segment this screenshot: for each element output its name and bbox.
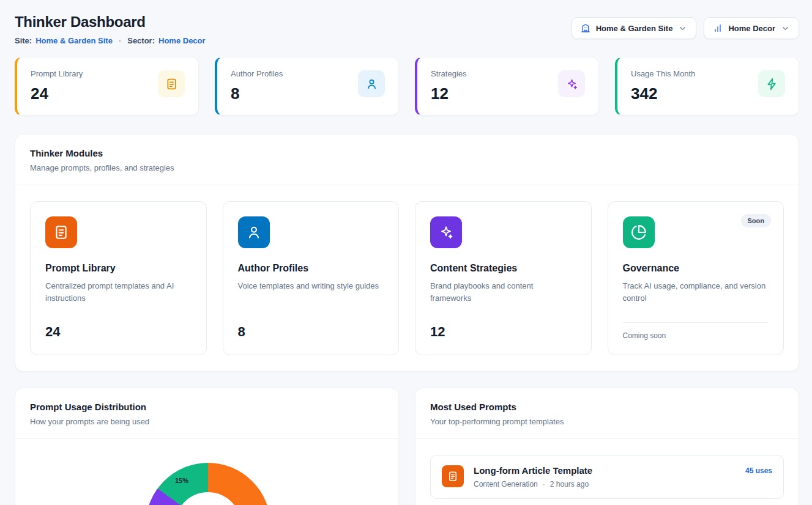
stat-info: Author Profiles 8 — [231, 69, 283, 103]
stat-label: Strategies — [431, 69, 467, 78]
stat-info: Usage This Month 342 — [631, 69, 695, 103]
module-description: Track AI usage, compliance, and version … — [623, 280, 769, 304]
module-title: Author Profiles — [238, 263, 384, 274]
divider — [623, 322, 769, 323]
donut-chart-area: 15% — [15, 439, 398, 505]
module-count: 8 — [238, 324, 384, 340]
dashboard-page: Thinker Dashboard Site: Home & Garden Si… — [0, 0, 812, 505]
stat-value: 24 — [31, 84, 83, 103]
header: Thinker Dashboard Site: Home & Garden Si… — [15, 13, 799, 45]
module-count: 12 — [430, 324, 576, 340]
modules-panel-header: Thinker Modules Manage prompts, profiles… — [15, 135, 799, 185]
module-card-prompt-library[interactable]: Prompt Library Centralized prompt templa… — [30, 201, 207, 355]
module-card-governance[interactable]: Soon Governance Track AI usage, complian… — [608, 201, 784, 355]
module-description: Brand playbooks and content frameworks — [430, 280, 576, 304]
stat-card-author-profiles: Author Profiles 8 — [215, 57, 399, 116]
donut-chart: 15% — [146, 463, 270, 505]
soon-badge: Soon — [741, 214, 772, 227]
stat-card-strategies: Strategies 12 — [415, 57, 599, 116]
modules-subtitle: Manage prompts, profiles, and strategies — [30, 163, 784, 172]
sector-dropdown[interactable]: Home Decor — [704, 17, 799, 39]
person-icon — [358, 70, 385, 97]
sector-dropdown-label: Home Decor — [728, 24, 775, 33]
person-icon — [238, 216, 270, 248]
prompt-item-category: Content Generation — [474, 480, 538, 488]
stat-value: 8 — [231, 84, 283, 103]
usage-panel-title: Prompt Usage Distribution — [30, 402, 384, 412]
building-icon — [581, 23, 590, 33]
page-title: Thinker Dashboard — [15, 13, 206, 31]
sector-link[interactable]: Home Decor — [158, 36, 206, 45]
site-dropdown[interactable]: Home & Garden Site — [572, 17, 697, 39]
stat-info: Strategies 12 — [431, 69, 467, 103]
module-footer: Coming soon — [623, 322, 769, 340]
stats-row: Prompt Library 24 Author Profiles 8 Stra… — [15, 57, 799, 116]
bar-chart-icon — [713, 23, 723, 33]
stat-label: Usage This Month — [631, 69, 695, 78]
modules-grid: Prompt Library Centralized prompt templa… — [15, 185, 799, 371]
chevron-down-icon — [678, 24, 687, 33]
site-label: Site: — [15, 36, 32, 45]
stat-label: Prompt Library — [31, 69, 83, 78]
breadcrumb-separator: · — [119, 36, 121, 45]
prompt-item-time: 2 hours ago — [550, 480, 589, 488]
usage-distribution-panel: Prompt Usage Distribution How your promp… — [15, 388, 399, 505]
stat-info: Prompt Library 24 — [31, 69, 83, 103]
breadcrumb: Site: Home & Garden Site · Sector: Home … — [15, 36, 206, 45]
header-actions: Home & Garden Site Home Decor — [572, 17, 799, 39]
document-icon — [158, 70, 185, 97]
prompts-list: Long-form Article Template Content Gener… — [415, 439, 799, 505]
coming-soon-note: Coming soon — [623, 331, 769, 340]
bottom-row: Prompt Usage Distribution How your promp… — [15, 388, 799, 505]
module-description: Centralized prompt templates and AI inst… — [45, 280, 192, 304]
prompt-list-item[interactable]: Long-form Article Template Content Gener… — [430, 455, 784, 499]
document-icon — [45, 216, 77, 248]
stat-value: 12 — [431, 84, 467, 103]
header-left: Thinker Dashboard Site: Home & Garden Si… — [15, 13, 206, 45]
sparkles-icon — [558, 70, 585, 97]
usage-panel-header: Prompt Usage Distribution How your promp… — [15, 388, 398, 438]
prompts-panel-header: Most Used Prompts Your top-performing pr… — [415, 388, 799, 438]
stat-value: 342 — [631, 84, 695, 103]
chevron-down-icon — [781, 24, 790, 33]
module-title: Governance — [623, 263, 769, 274]
donut-segment-label: 15% — [175, 477, 188, 484]
usage-panel-subtitle: How your prompts are being used — [30, 417, 384, 426]
prompts-panel-subtitle: Your top-performing prompt templates — [430, 417, 784, 426]
stat-label: Author Profiles — [231, 69, 283, 78]
modules-panel: Thinker Modules Manage prompts, profiles… — [15, 134, 799, 372]
prompts-panel-title: Most Used Prompts — [430, 402, 784, 412]
prompt-item-title: Long-form Article Template — [474, 465, 592, 476]
module-count: 24 — [45, 324, 192, 340]
module-title: Prompt Library — [45, 263, 192, 274]
module-title: Content Strategies — [430, 263, 576, 274]
prompt-item-meta: Content Generation · 2 hours ago — [474, 480, 592, 488]
sector-label: Sector: — [127, 36, 155, 45]
pie-chart-icon — [623, 216, 655, 248]
modules-title: Thinker Modules — [30, 148, 784, 158]
most-used-prompts-panel: Most Used Prompts Your top-performing pr… — [415, 388, 799, 505]
prompt-item-text: Long-form Article Template Content Gener… — [474, 465, 592, 488]
module-card-author-profiles[interactable]: Author Profiles Voice templates and writ… — [223, 201, 400, 355]
module-description: Voice templates and writing style guides — [238, 280, 384, 292]
module-card-content-strategies[interactable]: Content Strategies Brand playbooks and c… — [415, 201, 592, 355]
stat-card-prompt-library: Prompt Library 24 — [15, 57, 199, 116]
site-dropdown-label: Home & Garden Site — [596, 24, 673, 33]
bolt-icon — [758, 70, 785, 97]
site-link[interactable]: Home & Garden Site — [35, 36, 113, 45]
meta-separator: · — [543, 480, 545, 488]
document-icon — [442, 465, 464, 487]
stat-card-usage: Usage This Month 342 — [615, 57, 799, 116]
prompt-item-uses-badge: 45 uses — [745, 466, 772, 475]
sparkles-icon — [430, 216, 462, 248]
